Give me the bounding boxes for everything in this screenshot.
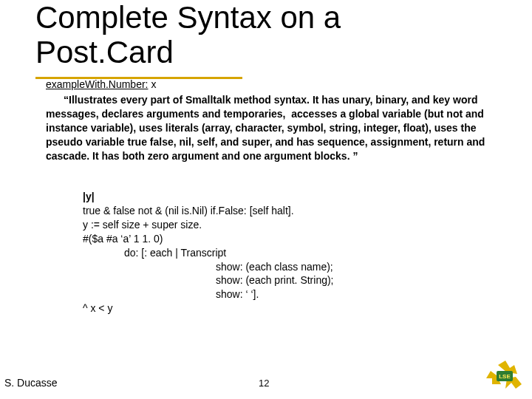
code-line-1: true & false not & (nil is.Nil) if.False…: [83, 205, 294, 216]
slide-title: Complete Syntax on a Post.Card: [35, 0, 341, 69]
code-line-7: show: ‘ ‘].: [83, 287, 334, 301]
code-line-4: do: [: each | Transcript: [83, 246, 334, 260]
method-signature: example​With.Number: x: [46, 78, 156, 90]
code-line-8: ^ x < y: [83, 302, 112, 314]
author-label: S. Ducasse: [4, 377, 58, 389]
code-block: true & false not & (nil is.Nil) if.False…: [83, 204, 334, 316]
method-argument: x: [149, 78, 157, 90]
description-text: “Illustrates every part of Smalltalk met…: [46, 94, 485, 162]
page-number: 12: [259, 378, 269, 389]
code-line-3: #($a #a ‘a’ 1 1. 0): [83, 233, 163, 245]
code-line-5: show: (each class name);: [83, 260, 334, 274]
code-line-6: show: (each print. String);: [83, 273, 334, 287]
slide: Complete Syntax on a Post.Card example​W…: [0, 0, 532, 399]
method-selector: example​With.Number:: [46, 78, 149, 90]
description-paragraph: “Illustrates every part of Smalltalk met…: [46, 93, 489, 163]
title-line-2: Post.Card: [35, 35, 174, 69]
logo-text: LSE: [499, 373, 511, 380]
code-line-2: y := self size + super size.: [83, 219, 202, 231]
recycle-arrows-icon: LSE: [485, 359, 523, 392]
title-line-1: Complete Syntax on a: [35, 0, 341, 35]
lse-logo: LSE: [485, 359, 523, 392]
code-temp-decl: |y|: [83, 191, 95, 202]
